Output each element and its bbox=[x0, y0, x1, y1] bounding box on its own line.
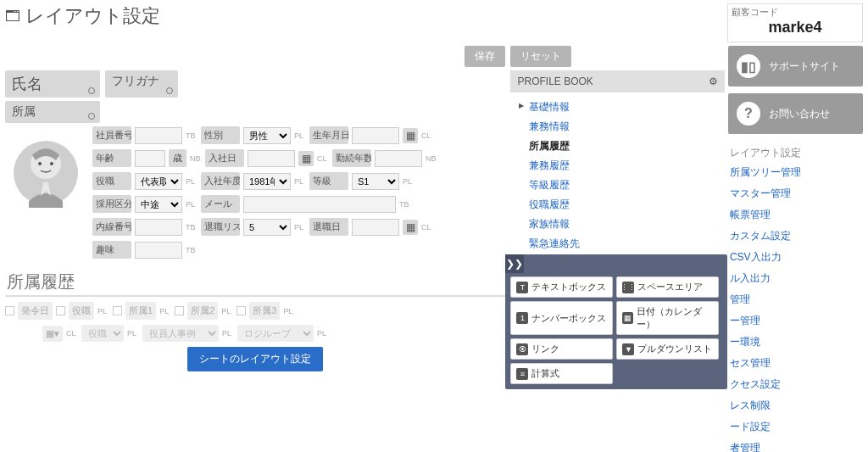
profile-book-item[interactable]: 兼務情報 bbox=[529, 117, 724, 137]
field-dept[interactable]: 所属 bbox=[5, 101, 100, 123]
right-nav-item[interactable]: ー環境 bbox=[728, 332, 863, 353]
right-nav-item[interactable]: セス管理 bbox=[728, 353, 863, 374]
checkbox[interactable] bbox=[56, 306, 65, 315]
right-nav-item[interactable]: ル入出力 bbox=[728, 268, 863, 289]
lbl-sex: 性別 bbox=[201, 126, 240, 144]
lbl-resignrisk: 退職リスク bbox=[201, 218, 240, 236]
toolbox-item[interactable]: Tテキストボックス bbox=[510, 276, 613, 298]
tool-icon: ≡ bbox=[516, 368, 528, 380]
sel-rtgroup[interactable]: ロジループ bbox=[237, 325, 314, 342]
calendar-icon[interactable]: ▦ bbox=[403, 128, 418, 143]
profile-book-item[interactable]: 役職履歴 bbox=[529, 195, 724, 215]
right-nav-item[interactable]: CSV入出力 bbox=[728, 247, 863, 268]
calendar-icon[interactable]: ▦ bbox=[403, 220, 418, 235]
toolbox-item[interactable]: ⋮⋮スペースエリア bbox=[616, 276, 719, 298]
input-mail[interactable] bbox=[243, 196, 396, 213]
toolbox-item[interactable]: ▼プルダウンリスト bbox=[616, 338, 719, 360]
profile-book-item[interactable]: 兼務履歴 bbox=[529, 156, 724, 176]
input-dob[interactable] bbox=[352, 127, 399, 144]
section-title: 所属履歴 bbox=[5, 267, 505, 297]
page-title: 🗔 レイアウト設定 bbox=[5, 3, 727, 29]
lbl-age: 年齢 bbox=[92, 149, 131, 167]
reset-button[interactable]: リセット bbox=[510, 46, 571, 67]
field-kana[interactable]: フリガナ bbox=[105, 70, 178, 98]
right-nav-item[interactable]: ー管理 bbox=[728, 310, 863, 332]
sheet-area: 発令日 役職PL 所属1PL 所属2PL 所属3PL ▦▾CL 役職PL 役員人… bbox=[5, 297, 505, 378]
input-ext[interactable] bbox=[135, 219, 182, 236]
right-nav-item[interactable]: 帳票管理 bbox=[728, 204, 863, 226]
toolbox-item[interactable]: ≡計算式 bbox=[510, 363, 613, 384]
input-tenure[interactable] bbox=[375, 150, 422, 167]
lbl-joined: 入社日 bbox=[205, 149, 244, 167]
right-nav-item[interactable]: 管理 bbox=[728, 289, 863, 310]
select-resignrisk[interactable]: 5 bbox=[243, 219, 291, 236]
checkbox[interactable] bbox=[236, 306, 246, 315]
checkbox[interactable] bbox=[5, 306, 14, 315]
tool-icon: ▼ bbox=[622, 343, 634, 355]
profile-book-item[interactable]: 緊急連絡先 bbox=[529, 234, 724, 254]
component-toolbox[interactable]: ❯❯ Tテキストボックス⋮⋮スペースエリア1ナンバーボックス▦日付（カレンダー）… bbox=[505, 254, 727, 389]
input-hobby[interactable] bbox=[135, 242, 182, 259]
svg-point-2 bbox=[38, 162, 42, 165]
tile-contact[interactable]: ? お問い合わせ bbox=[728, 93, 863, 134]
page-title-text: レイアウト設定 bbox=[25, 3, 160, 29]
right-nav-item[interactable]: レス制限 bbox=[728, 395, 863, 416]
gear-icon[interactable]: ⚙ bbox=[709, 75, 718, 87]
lbl-empno: 社員番号 bbox=[92, 126, 131, 144]
lbl-hiring: 採用区分 bbox=[92, 195, 131, 213]
lbl-ext: 内線番号 bbox=[92, 218, 131, 236]
tile-support-site[interactable]: ▮▯ サポートサイト bbox=[728, 46, 863, 86]
lbl-tenure: 勤続年数 bbox=[332, 149, 371, 167]
input-joined[interactable] bbox=[248, 150, 295, 167]
tool-icon: ⋮⋮ bbox=[622, 282, 634, 293]
select-grade[interactable]: S1 bbox=[352, 173, 399, 190]
right-nav-item[interactable]: 所属ツリー管理 bbox=[728, 162, 863, 183]
customer-code-box: 顧客コード marke4 bbox=[727, 3, 863, 42]
input-age[interactable] bbox=[135, 150, 165, 167]
layout-icon: 🗔 bbox=[5, 8, 20, 25]
customer-code-label: 顧客コード bbox=[732, 6, 859, 19]
sheet-layout-button[interactable]: シートのレイアウト設定 bbox=[187, 347, 323, 371]
sel-assignee[interactable]: 役員人事例 bbox=[142, 325, 219, 342]
tool-icon: 1 bbox=[516, 312, 528, 324]
input-resigndate[interactable] bbox=[352, 219, 399, 236]
lbl-dob: 生年月日 bbox=[309, 126, 348, 144]
lbl-mail: メール bbox=[201, 195, 240, 213]
tool-icon: T bbox=[516, 282, 528, 293]
tool-icon: ⦿ bbox=[516, 343, 528, 355]
sel-title[interactable]: 役職 bbox=[81, 325, 124, 342]
right-nav-item[interactable]: ード設定 bbox=[728, 416, 863, 438]
select-joinedyear[interactable]: 1981年度 bbox=[243, 173, 291, 190]
avatar bbox=[5, 126, 86, 220]
select-title[interactable]: 代表取締役 bbox=[135, 173, 182, 190]
lbl-joinedyear: 入社年度 bbox=[201, 172, 240, 190]
customer-code-value: marke4 bbox=[732, 19, 859, 36]
lbl-title: 役職 bbox=[92, 172, 131, 190]
input-empno[interactable] bbox=[135, 127, 182, 144]
right-nav-item[interactable]: カスタム設定 bbox=[728, 226, 863, 247]
lbl-resigndate: 退職日 bbox=[309, 218, 348, 236]
checkbox[interactable] bbox=[113, 306, 122, 315]
right-nav-item[interactable]: クセス設定 bbox=[728, 374, 863, 395]
right-nav-item[interactable]: マスター管理 bbox=[728, 183, 863, 204]
select-sex[interactable]: 男性 bbox=[243, 127, 291, 144]
toolbox-item[interactable]: 1ナンバーボックス bbox=[510, 301, 613, 335]
checkbox[interactable] bbox=[175, 306, 184, 315]
profile-book-item[interactable]: 家族情報 bbox=[529, 215, 724, 234]
field-name[interactable]: 氏名 bbox=[5, 70, 100, 98]
question-icon: ? bbox=[737, 102, 760, 126]
lbl-hobby: 趣味 bbox=[92, 241, 131, 259]
book-icon: ▮▯ bbox=[737, 54, 760, 78]
calendar-icon[interactable]: ▦ bbox=[298, 151, 314, 166]
toolbox-item[interactable]: ⦿リンク bbox=[510, 338, 613, 360]
profile-book-item[interactable]: 等級履歴 bbox=[529, 176, 724, 195]
profile-book-item[interactable]: 所属履歴 bbox=[529, 137, 724, 156]
right-nav-item[interactable]: 者管理 bbox=[728, 438, 863, 452]
toolbox-handle-icon[interactable]: ❯❯ bbox=[505, 254, 524, 273]
save-button[interactable]: 保存 bbox=[465, 46, 505, 67]
svg-point-3 bbox=[50, 162, 53, 165]
select-hiring[interactable]: 中途 bbox=[135, 196, 182, 213]
calendar-icon[interactable]: ▦▾ bbox=[42, 326, 63, 342]
profile-book-item[interactable]: 基礎情報 bbox=[529, 98, 724, 117]
toolbox-item[interactable]: ▦日付（カレンダー） bbox=[616, 301, 719, 335]
